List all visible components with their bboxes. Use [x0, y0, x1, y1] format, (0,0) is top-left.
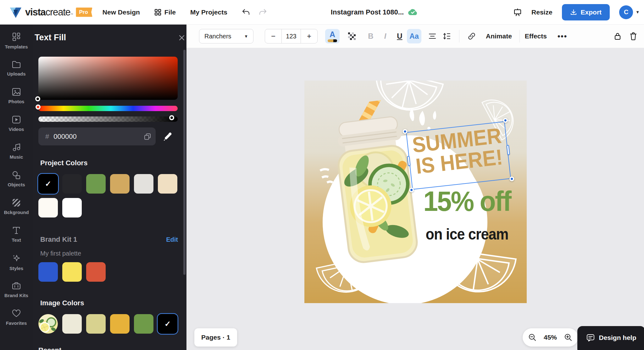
color-swatch[interactable] — [134, 174, 153, 194]
underline-button[interactable]: U — [392, 29, 407, 43]
zoom-level[interactable]: 45% — [544, 334, 557, 341]
italic-button[interactable]: I — [378, 29, 392, 43]
document-title[interactable]: Instagram Post 1080... — [331, 8, 404, 16]
color-swatch[interactable] — [86, 262, 106, 282]
palette-name: My first palette — [40, 250, 81, 257]
color-swatch[interactable]: ✓ — [38, 174, 58, 194]
color-swatch[interactable] — [86, 174, 106, 194]
pages-button[interactable]: Pages · 1 — [194, 328, 237, 347]
sidebar-item-objects[interactable]: Objects — [0, 171, 33, 198]
image-colors-swatches: ✓ — [62, 314, 177, 334]
hue-slider-handle[interactable] — [36, 104, 41, 110]
zoom-in-icon[interactable] — [564, 333, 572, 342]
color-swatch[interactable]: ✓ — [158, 314, 177, 334]
promo-text[interactable]: 15% off — [421, 186, 513, 218]
text-case-button[interactable]: Aa — [407, 29, 421, 43]
increase-font-size-button[interactable]: + — [301, 29, 317, 43]
selection-handle-bottom-right[interactable] — [509, 176, 514, 182]
file-menu-button[interactable]: File — [154, 8, 176, 16]
checker-pattern-icon — [347, 32, 356, 41]
sidebar-item-brand-kits[interactable]: Brand Kits — [0, 281, 33, 309]
design-help-button[interactable]: Design help — [577, 326, 644, 350]
divider — [459, 30, 459, 42]
my-projects-button[interactable]: My Projects — [190, 8, 227, 16]
undo-icon[interactable] — [242, 8, 250, 16]
promo-subtext[interactable]: on ice cream — [424, 225, 510, 243]
opacity-slider-handle[interactable] — [169, 115, 174, 120]
sidebar-item-styles[interactable]: Styles — [0, 254, 33, 281]
effects-button[interactable]: Effects — [525, 32, 547, 40]
chevron-down-icon: ▼ — [244, 34, 248, 39]
sidebar-item-background[interactable]: Bckground — [0, 198, 33, 226]
hex-color-field[interactable]: # — [38, 127, 156, 145]
more-options-button[interactable]: ••• — [558, 32, 567, 41]
header-right-group: Resize Export C ▼ — [513, 4, 644, 20]
eyedropper-icon[interactable] — [163, 132, 173, 141]
brand-kit-swatches — [38, 262, 180, 282]
texture-fill-button[interactable] — [345, 29, 359, 43]
design-canvas[interactable]: SUMMER IS HERE! 15% off on ice cream — [304, 81, 527, 303]
selected-text-element[interactable]: SUMMER IS HERE! — [408, 125, 509, 186]
header-nav: New Design File My Projects — [103, 8, 227, 16]
opacity-slider[interactable] — [38, 116, 178, 122]
sidebar-item-templates[interactable]: Templates — [0, 32, 33, 60]
pro-badge: Pro — [76, 8, 92, 17]
trash-icon[interactable] — [630, 32, 637, 40]
sidebar-item-text[interactable]: Text — [0, 226, 33, 254]
sv-picker-handle[interactable] — [35, 96, 40, 101]
color-swatch[interactable] — [38, 198, 58, 217]
line-spacing-button[interactable] — [440, 29, 454, 43]
sidebar-item-music[interactable]: Music — [0, 143, 33, 171]
heart-icon — [12, 309, 21, 318]
sidebar-item-uploads[interactable]: Uploads — [0, 60, 33, 88]
color-swatch[interactable] — [86, 314, 106, 334]
decrease-font-size-button[interactable]: − — [265, 29, 281, 43]
copy-icon[interactable] — [144, 133, 151, 140]
project-colors-swatches: ✓ — [38, 174, 180, 217]
color-swatch[interactable] — [62, 174, 82, 194]
check-icon: ✓ — [38, 174, 58, 194]
color-swatch[interactable] — [38, 262, 58, 282]
stripes-icon — [12, 198, 21, 207]
check-icon: ✓ — [158, 314, 177, 334]
top-header: vistacreate™ Pro New Design File My Proj… — [0, 0, 644, 25]
sidebar-item-videos[interactable]: Videos — [0, 115, 33, 143]
play-icon — [12, 115, 21, 124]
animate-button[interactable]: Animate — [486, 32, 512, 40]
hue-slider[interactable] — [38, 106, 178, 111]
new-design-button[interactable]: New Design — [103, 8, 140, 16]
account-menu[interactable]: C ▼ — [619, 5, 640, 19]
color-swatch[interactable] — [62, 314, 82, 334]
redo-icon[interactable] — [259, 8, 267, 16]
color-swatch[interactable] — [62, 262, 82, 282]
panel-scrollbar[interactable] — [183, 50, 186, 275]
font-family-select[interactable]: Ranchers ▼ — [199, 29, 253, 43]
sidebar-item-favorites[interactable]: Favorites — [0, 309, 33, 337]
hex-color-input[interactable] — [53, 133, 144, 141]
bold-button[interactable]: B — [364, 29, 378, 43]
text-color-button[interactable]: A — [325, 29, 340, 43]
text-align-button[interactable] — [425, 29, 440, 43]
saturation-value-picker[interactable] — [38, 57, 178, 100]
resize-button[interactable]: Resize — [531, 8, 552, 16]
vistacreate-logo[interactable]: vistacreate™ Pro — [9, 6, 92, 19]
present-easel-icon[interactable] — [513, 8, 522, 17]
image-colors-thumbnail[interactable] — [38, 314, 58, 334]
color-swatch[interactable] — [134, 314, 153, 334]
color-swatch[interactable] — [110, 174, 130, 194]
link-button[interactable] — [464, 29, 479, 43]
brand-kit-edit-link[interactable]: Edit — [166, 236, 178, 243]
close-icon[interactable] — [178, 34, 185, 41]
avatar: C — [619, 5, 633, 19]
export-button[interactable]: Export — [562, 4, 610, 20]
zoom-out-icon[interactable] — [528, 333, 536, 342]
divider — [519, 30, 520, 42]
color-swatch[interactable] — [158, 174, 177, 194]
lock-icon[interactable] — [614, 32, 621, 40]
color-swatch[interactable] — [110, 314, 130, 334]
color-swatch[interactable] — [62, 198, 82, 217]
photo-icon — [12, 88, 21, 96]
font-size-input[interactable] — [281, 29, 301, 43]
sidebar-item-photos[interactable]: Photos — [0, 88, 33, 115]
history-controls — [242, 8, 267, 16]
